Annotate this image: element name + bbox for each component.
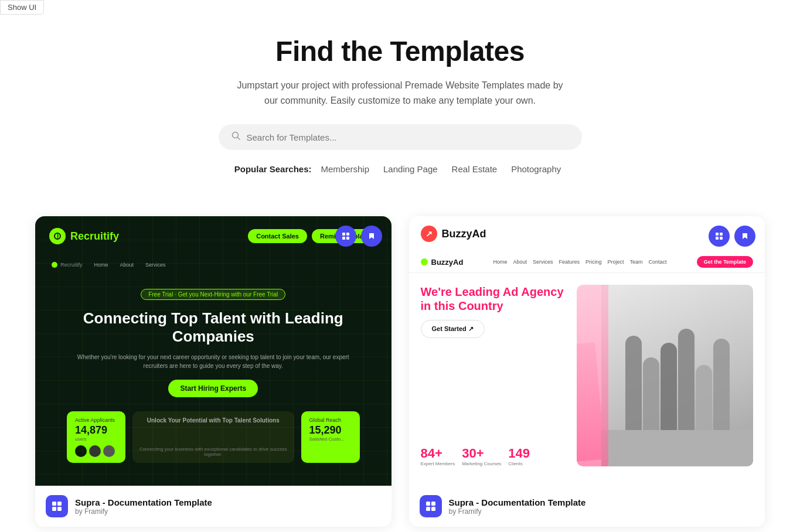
grid-icon-button-buzzyadx[interactable] [709,226,730,247]
buzzy-stat-num-2: 30+ [462,446,501,461]
templates-grid: Recruitify Contact Sales Remix Template … [35,216,765,527]
template-footer-recruitify: Supra - Documentation Template by Framif… [35,486,392,527]
buzzy-hero-right [577,285,753,466]
svg-rect-17 [426,507,430,511]
svg-line-1 [237,138,240,140]
search-icon [232,131,241,143]
rec-main-content: Free Trial · Get you Next-Hiring with ou… [49,277,377,474]
template-preview-recruitify: Recruitify Contact Sales Remix Template … [35,216,392,486]
rec-stat-sub-1: users [75,436,117,442]
rec-nav-link-1: Home [94,262,108,268]
svg-rect-15 [426,502,430,506]
popular-tag-membership[interactable]: Membership [316,163,374,175]
rec-stat-global: Global Reach 15,290 Satisfied Custo... [301,411,360,463]
popular-tag-real-estate[interactable]: Real Estate [447,163,502,175]
rec-cta-button[interactable]: Start Hiring Experts [168,380,258,397]
buzzy-hero: We're Leading Ad Agency in this Country … [409,273,765,478]
rec-stat-label-2: Global Reach [309,417,352,423]
buzzy-inner-dot [421,258,428,265]
svg-rect-16 [431,502,435,506]
buzzy-nav-services: Services [533,259,553,265]
buzzy-stat-label-1: Expert Members [421,461,455,466]
buzzy-get-started-button[interactable]: Get Started ↗ [421,320,485,338]
buzzy-nav-project: Project [608,259,624,265]
grid-icon-button[interactable] [335,226,356,247]
hero-section: Find the Templates Jumpstart your projec… [35,23,765,193]
buzzy-stat-num-1: 84+ [421,446,455,461]
buzzy-stat-num-3: 149 [508,446,530,461]
bookmark-icon-button[interactable] [361,226,382,247]
svg-rect-18 [431,507,435,511]
template-info-recruitify: Supra - Documentation Template by Framif… [75,497,212,516]
hero-subtitle: Jumpstart your project with professional… [230,78,570,108]
svg-rect-5 [346,237,349,240]
popular-searches-label: Popular Searches: [234,164,312,174]
search-input[interactable] [247,132,569,142]
buzzy-get-template-btn[interactable]: Get the Template [697,256,753,268]
buzzy-hero-left: We're Leading Ad Agency in this Country … [421,285,568,466]
rec-navbar: Recruitify Contact Sales Remix Template [49,228,377,244]
buzzy-logo-icon: ↗ [421,226,437,242]
template-footer-buzzyadx: Supra - Documentation Template by Framif… [409,486,765,527]
template-preview-buzzyadx: ↗ BuzzyAd BuzzyAd Home About [409,216,765,486]
rec-logo-icon [49,228,66,244]
rec-desc: Whether you're looking for your next car… [67,353,360,370]
buzzy-nav-features: Features [559,259,580,265]
svg-rect-11 [716,233,719,236]
svg-rect-13 [716,237,719,240]
buzzy-nav-team: Team [630,259,643,265]
template-author-1: by Framify [75,507,212,516]
rec-nav-link-2: About [120,262,134,268]
rec-headline: Connecting Top Talent with Leading Compa… [67,309,360,346]
svg-rect-10 [57,507,62,511]
buzzy-nav-pricing: Pricing [585,259,602,265]
rec-tag: Free Trial · Get you Next-Hiring with ou… [141,289,285,300]
template-name-1: Supra - Documentation Template [75,497,212,507]
card-action-icons-buzzyadx [709,226,755,247]
rec-desc2: Connecting your business with exceptiona… [138,446,288,457]
svg-rect-4 [342,237,345,240]
rec-stat-num-1: 14,879 [75,424,117,436]
buzzy-logo-text: BuzzyAd [442,228,486,240]
rec-stat-label-1: Active Applicants [75,417,117,423]
buzzy-nav-home: Home [493,259,507,265]
svg-rect-3 [346,233,349,236]
buzzy-stat-courses: 30+ Marketing Courses [462,446,501,466]
bookmark-icon-button-buzzyadx[interactable] [734,226,755,247]
show-ui-button[interactable]: Show UI [0,0,44,15]
buzzy-stat-label-3: Clients [508,461,530,466]
page-title: Find the Templates [35,35,765,67]
buzzy-inner-links: Home About Services Features Pricing Pro… [493,259,666,265]
popular-tag-landing-page[interactable]: Landing Page [379,163,442,175]
svg-rect-8 [57,502,62,506]
template-logo-badge-recruitify [46,495,68,517]
buzzy-headline: We're Leading Ad Agency in this Country [421,285,568,313]
rec-stat-sub-2: Satisfied Custo... [309,436,352,442]
svg-rect-9 [52,507,56,511]
search-bar [219,124,582,150]
buzzy-stats-row: 84+ Expert Members 30+ Marketing Courses… [421,446,568,466]
buzzy-headline-end: in this Country [421,299,503,312]
rec-nav-link-3: Services [145,262,166,268]
buzzy-headline-accent: Leading Ad Agency [455,285,563,298]
buzzy-stat-clients: 149 Clients [508,446,530,466]
buzzy-stat-members: 84+ Expert Members [421,446,455,466]
template-card-buzzyadx: ↗ BuzzyAd BuzzyAd Home About [409,216,765,527]
svg-rect-12 [720,233,723,236]
svg-rect-7 [52,502,56,506]
svg-rect-2 [342,233,345,236]
buzzy-bg: ↗ BuzzyAd BuzzyAd Home About [409,216,765,486]
rec-logo-text: Recruitify [70,230,119,243]
buzzy-stat-label-2: Marketing Courses [462,461,501,466]
buzzy-inner-logo-text: BuzzyAd [431,258,464,267]
buzzy-nav-contact: Contact [649,259,667,265]
buzzy-nav-about: About [513,259,527,265]
popular-searches: Popular Searches: Membership Landing Pag… [35,163,765,175]
rec-stat-applicants: Active Applicants 14,879 users [67,411,125,463]
rec-contact-btn[interactable]: Contact Sales [248,229,307,243]
popular-tag-photography[interactable]: Photography [506,163,566,175]
buzzy-inner-logo: BuzzyAd [421,258,464,267]
template-info-buzzyadx: Supra - Documentation Template by Framif… [449,497,586,516]
page-wrapper: Find the Templates Jumpstart your projec… [0,0,800,532]
svg-rect-14 [720,237,723,240]
